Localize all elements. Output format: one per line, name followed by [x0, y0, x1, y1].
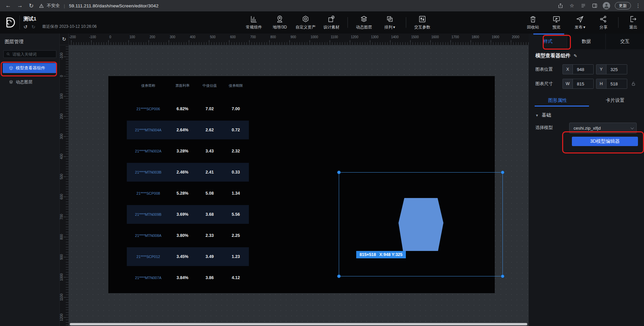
column-header: 债券简称: [127, 83, 170, 88]
layer-search[interactable]: [3, 50, 56, 58]
table-row[interactable]: 21****MTN004A2.64%2.620.72: [127, 121, 249, 139]
toolbar-item-recycle-bin[interactable]: 回收站: [524, 15, 542, 30]
share-icon[interactable]: [557, 2, 564, 9]
selection-position-label: X:948 Y:325: [379, 252, 402, 257]
table-cell: 0.72: [223, 121, 248, 139]
table-row[interactable]: 21****MTN009B3.69%3.685.56: [127, 205, 249, 224]
browser-update-button[interactable]: 更新: [615, 2, 631, 9]
layer-item-model-viewer[interactable]: 模型查看器组件: [3, 63, 57, 73]
resize-handle-bottom-left[interactable]: [337, 274, 341, 278]
model-select[interactable]: ceshi.zip_xlfjd: [569, 123, 637, 133]
h-ruler-label: 400: [190, 35, 196, 39]
table-row[interactable]: 21****MTN007A3.84%3.864.12: [127, 268, 249, 287]
v-ruler-label: 200: [60, 112, 64, 121]
browser-reload-icon[interactable]: ↻: [29, 2, 34, 9]
selected-component-model-viewer[interactable]: [339, 172, 503, 276]
layer-panel-title: 图层管理: [5, 39, 23, 45]
publish-toolbar: 回收站 预览 发布▾ 分享 退出: [524, 11, 642, 34]
dashboard-screen[interactable]: 债券简称 票面利率 中债估值 债券期限 21****SCP0066.82%7.0…: [108, 76, 495, 293]
table-cell: 3.28%: [170, 142, 195, 160]
chart-position-label: 图表位置: [535, 64, 553, 74]
toolbar-item-preview[interactable]: 预览: [548, 15, 565, 30]
resize-handle-top-left[interactable]: [337, 171, 341, 174]
undo-icon[interactable]: ↺: [23, 24, 28, 29]
toolbar-item-publish[interactable]: 发布▾: [571, 15, 589, 30]
table-cell: 21****SCP006: [127, 100, 170, 118]
rename-pencil-icon[interactable]: ✎: [574, 53, 577, 58]
h-ruler-label: 1400: [391, 35, 398, 39]
side-panel-icon[interactable]: [591, 2, 598, 9]
column-header: 中债估值: [197, 83, 222, 88]
y-prefix: Y: [596, 65, 606, 74]
table-row[interactable]: 21****SCP0085.28%5.081.34: [127, 184, 249, 203]
table-cell: 7.00: [223, 100, 248, 118]
toolbar-item-design-assets[interactable]: 设计素材: [322, 15, 341, 30]
table-cell: 3.68: [197, 205, 222, 224]
table-cell: 2.41: [197, 163, 222, 182]
chart-w-input[interactable]: W 815: [562, 79, 594, 89]
browser-back-icon[interactable]: ←: [5, 2, 11, 9]
address-bar[interactable]: 不安全 | 59.111.211.80/dash/newScreen/edito…: [39, 3, 158, 9]
redo-icon[interactable]: ↻: [32, 24, 36, 29]
h-value[interactable]: 518: [606, 79, 627, 88]
table-cell: 21****SCP008: [127, 184, 170, 203]
editor-canvas[interactable]: 债券简称 票面利率 中债估值 债券期限 21****SCP0066.82%7.0…: [69, 45, 529, 326]
3d-model-shape[interactable]: [398, 198, 443, 251]
chart-y-input[interactable]: Y 325: [596, 64, 627, 74]
chart-h-input[interactable]: H 518: [596, 79, 627, 89]
resize-handle-bottom-right[interactable]: [501, 274, 504, 278]
x-value[interactable]: 948: [573, 65, 593, 74]
tab-interaction[interactable]: 交互: [605, 34, 644, 49]
toolbar-label: 动态图层: [356, 24, 372, 30]
browser-forward-icon[interactable]: →: [17, 2, 23, 9]
table-row[interactable]: 21****SCP0123.45%3.491.23: [127, 247, 249, 266]
w-value[interactable]: 815: [573, 79, 593, 88]
table-header: 债券简称 票面利率 中债估值 债券期限: [127, 83, 249, 89]
table-row[interactable]: 21****MTN002A3.28%3.432.32: [127, 142, 249, 160]
table-row[interactable]: 21****MTN008A3.80%2.332.25: [127, 226, 249, 245]
toolbar-item-exit[interactable]: 退出: [625, 15, 642, 30]
browser-toolbar: ← → ↻ 不安全 | 59.111.211.80/dash/newScreen…: [0, 0, 644, 11]
toolbar-item-custom-assets[interactable]: 自定义资产: [296, 15, 315, 30]
section-basic[interactable]: ▼ 基础: [535, 112, 551, 119]
select-model-label: 选择模型: [535, 123, 553, 133]
reading-list-icon[interactable]: [580, 2, 587, 9]
tab-data[interactable]: 数据: [567, 34, 605, 49]
table-cell: 21****MTN008A: [127, 226, 170, 245]
canvas-horizontal-scrollbar[interactable]: [70, 323, 527, 325]
toolbar-item-basic-components[interactable]: 常规组件: [244, 15, 264, 30]
v-ruler-label: -100: [60, 52, 64, 61]
layer-item-dynamic-layer[interactable]: 动态图层: [3, 77, 57, 87]
reset-rotation-icon: ↻: [62, 36, 66, 42]
tab-style[interactable]: 样式: [529, 34, 567, 49]
table-row[interactable]: 21****MTN003B2.46%2.410.33: [127, 163, 249, 182]
bookmark-star-icon[interactable]: ☆: [569, 2, 575, 9]
resize-handle-top-right[interactable]: [501, 171, 504, 174]
table-row[interactable]: 21****SCP0066.82%7.027.00: [127, 100, 249, 118]
layer-item-label: 模型查看器组件: [16, 65, 45, 71]
h-ruler-label: 1800: [472, 35, 479, 39]
toolbar-item-share[interactable]: 分享: [595, 15, 612, 30]
bond-table-component[interactable]: 债券简称 票面利率 中债估值 债券期限 21****SCP0066.82%7.0…: [127, 76, 249, 293]
toolbar-item-geo-3d[interactable]: 地理/3D: [270, 15, 289, 30]
v-ruler-label: 1100: [60, 293, 64, 302]
v-ruler-label: 400: [60, 152, 64, 161]
table-cell: 1.34: [223, 184, 248, 203]
aspect-lock-toggle[interactable]: [631, 81, 636, 86]
toolbar-item-interaction-params[interactable]: 交互参数: [413, 15, 432, 30]
browser-menu-icon[interactable]: ⋮: [636, 3, 641, 9]
toolbar-item-dynamic-layers[interactable]: 动态图层: [354, 15, 374, 30]
profile-avatar[interactable]: [603, 2, 610, 9]
subtab-card-settings[interactable]: 卡片设置: [586, 94, 644, 107]
chart-x-input[interactable]: X 948: [562, 64, 594, 74]
table-cell: 0.33: [223, 163, 248, 182]
ruler-reset-button[interactable]: ↻: [60, 34, 69, 45]
toolbar-label: 排列▾: [384, 24, 395, 30]
3d-model-editor-button[interactable]: 3D模型编辑器: [572, 137, 638, 146]
selection-size-tooltip: 815×518 X:948 Y:325: [356, 251, 406, 258]
toolbar-item-arrange[interactable]: 排列▾: [380, 15, 399, 30]
subtab-graphic-properties[interactable]: 图形属性: [529, 94, 586, 107]
table-cell: 3.43: [197, 142, 222, 160]
y-value[interactable]: 325: [606, 65, 627, 74]
layer-search-input[interactable]: [12, 52, 52, 57]
